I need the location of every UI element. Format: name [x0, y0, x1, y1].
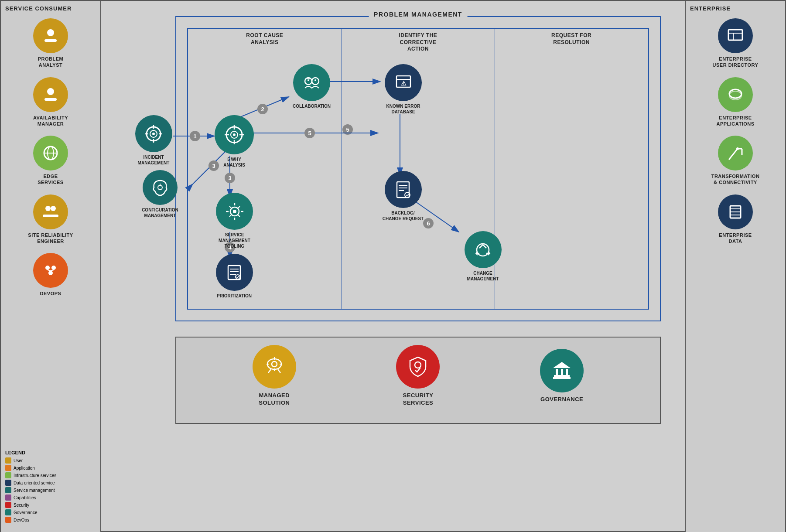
svg-point-12 — [48, 271, 53, 275]
security-services-item: SECURITYSERVICES — [396, 345, 440, 407]
legend-data: Data oriented service — [5, 480, 56, 486]
availability-manager-item: AVAILABILITYMANAGER — [5, 77, 96, 127]
legend-security: Security — [5, 502, 56, 508]
service-consumer-panel: SERVICE CONSUMER PROBLEMANALYST AVAILABI… — [1, 1, 101, 532]
site-reliability-label: SITE RELIABILITYENGINEER — [28, 232, 73, 245]
svg-text:⚠: ⚠ — [400, 80, 406, 87]
col-header-1: ROOT CAUSEANALYSIS — [188, 29, 342, 49]
prioritization-label: PRIORITIZATION — [217, 293, 252, 299]
svg-line-13 — [48, 270, 51, 271]
security-services-label: SECURITYSERVICES — [403, 392, 434, 407]
svg-point-63 — [158, 185, 162, 190]
managed-solution-label: MANAGEDSOLUTION — [259, 392, 290, 407]
col-header-3: REQUEST FORRESOLUTION — [495, 29, 648, 49]
legend-governance: Governance — [5, 509, 56, 515]
legend-devops: DevOps — [5, 517, 56, 523]
enterprise-panel: ENTERPRISE ENTERPRISEUSER DIRECTORY ENTE… — [685, 1, 785, 532]
svg-point-10 — [45, 266, 50, 270]
enterprise-title: ENTERPRISE — [690, 5, 781, 12]
svg-rect-1 — [44, 39, 57, 42]
security-services-icon — [396, 345, 440, 389]
svg-point-62 — [152, 133, 155, 135]
svg-point-67 — [233, 133, 236, 136]
enterprise-user-dir-icon — [718, 18, 753, 53]
devops-icon — [33, 253, 68, 288]
devops-label: DEVOPS — [40, 290, 62, 297]
svg-point-91 — [477, 244, 489, 256]
incident-management-label: INCIDENTMANAGEMENT — [138, 154, 170, 166]
change-management-node: CHANGEMANAGEMENT — [459, 231, 507, 282]
svg-point-94 — [415, 362, 421, 368]
svg-point-23 — [736, 147, 739, 150]
svg-point-73 — [233, 210, 236, 213]
svg-rect-9 — [43, 215, 58, 217]
five-why-label: 5 WHYANALYSIS — [223, 157, 245, 168]
main-content: PROBLEM MANAGEMENT ROOT CAUSEANALYSIS ID… — [101, 1, 685, 531]
enterprise-apps-label: ENTERPRISEAPPLICATIONS — [716, 115, 754, 127]
col-header-2: IDENTIFY THECORRECTIVEACTION — [342, 29, 495, 56]
svg-line-20 — [729, 149, 738, 160]
enterprise-data-label: ENTERPRISEDATA — [719, 232, 752, 245]
transformation-item: TRANSFORMATION& CONNECTIVITY — [690, 136, 781, 186]
prioritization-node: PRIORITIZATION — [212, 254, 256, 299]
enterprise-apps-icon — [718, 77, 753, 112]
availability-manager-icon — [33, 77, 68, 112]
legend: LEGEND User Application Infrastructure s… — [5, 450, 56, 524]
bottom-services-box: MANAGEDSOLUTION SECURITYSERVICES GOVERNA… — [175, 337, 661, 424]
transformation-label: TRANSFORMATION& CONNECTIVITY — [711, 173, 760, 186]
problem-management-title: PROBLEM MANAGEMENT — [369, 11, 468, 18]
governance-item: GOVERNANCE — [540, 349, 584, 403]
enterprise-apps-item: ENTERPRISEAPPLICATIONS — [690, 77, 781, 127]
col-divider-1 — [342, 29, 342, 309]
svg-point-2 — [47, 88, 54, 95]
collaboration-icon — [293, 64, 330, 101]
problem-analyst-icon — [33, 18, 68, 53]
transformation-icon — [718, 136, 753, 171]
svg-rect-95 — [554, 375, 570, 377]
managed-solution-icon — [253, 345, 296, 389]
availability-manager-label: AVAILABILITYMANAGER — [33, 115, 68, 127]
change-management-icon — [465, 231, 502, 268]
governance-label: GOVERNANCE — [540, 396, 583, 403]
service-consumer-title: SERVICE CONSUMER — [5, 5, 96, 12]
five-why-analysis-node: 5 WHYANALYSIS — [212, 115, 256, 168]
config-management-node: CONFIGURATIONMANAGEMENT — [136, 170, 184, 218]
backlog-icon — [385, 171, 422, 208]
devops-item: DEVOPS — [5, 253, 96, 297]
svg-line-14 — [51, 270, 54, 271]
svg-rect-96 — [556, 369, 558, 375]
prioritization-icon — [216, 254, 253, 291]
backlog-label: BACKLOG/CHANGE REQUEST — [383, 210, 424, 222]
legend-application: Application — [5, 465, 56, 471]
collaboration-label: COLLABORATION — [293, 103, 331, 109]
enterprise-data-icon — [718, 194, 753, 229]
svg-point-11 — [51, 266, 56, 270]
edge-services-icon — [33, 136, 68, 171]
main-container: SERVICE CONSUMER PROBLEMANALYST AVAILABI… — [0, 0, 786, 532]
svg-rect-97 — [561, 369, 563, 375]
svg-point-8 — [51, 206, 56, 211]
service-mgmt-tooling-node: SERVICEMANAGEMENTTOOLING — [212, 193, 257, 249]
incident-management-icon — [135, 115, 172, 152]
problem-analyst-item: PROBLEMANALYST — [5, 18, 96, 68]
legend-infra: Infrastructure services — [5, 472, 56, 478]
svg-point-82 — [314, 79, 316, 81]
svg-marker-99 — [553, 362, 571, 368]
svg-point-92 — [267, 359, 281, 369]
site-reliability-icon — [33, 194, 68, 229]
legend-capabilities: Capabilities — [5, 494, 56, 501]
svg-rect-74 — [228, 266, 240, 280]
incident-management-node: INCIDENTMANAGEMENT — [132, 115, 175, 166]
svg-point-0 — [47, 29, 54, 36]
legend-service-mgmt: Service management — [5, 487, 56, 493]
svg-point-81 — [308, 79, 309, 81]
enterprise-data-item: ENTERPRISEDATA — [690, 194, 781, 245]
edge-services-item: EDGESERVICES — [5, 136, 96, 186]
change-management-label: CHANGEMANAGEMENT — [467, 270, 499, 282]
svg-point-93 — [272, 361, 277, 367]
known-error-db-icon: ⚠ — [385, 64, 422, 101]
enterprise-user-dir-label: ENTERPRISEUSER DIRECTORY — [713, 56, 759, 68]
svg-rect-100 — [553, 377, 571, 379]
problem-analyst-label: PROBLEMANALYST — [38, 56, 64, 68]
enterprise-user-dir-item: ENTERPRISEUSER DIRECTORY — [690, 18, 781, 68]
